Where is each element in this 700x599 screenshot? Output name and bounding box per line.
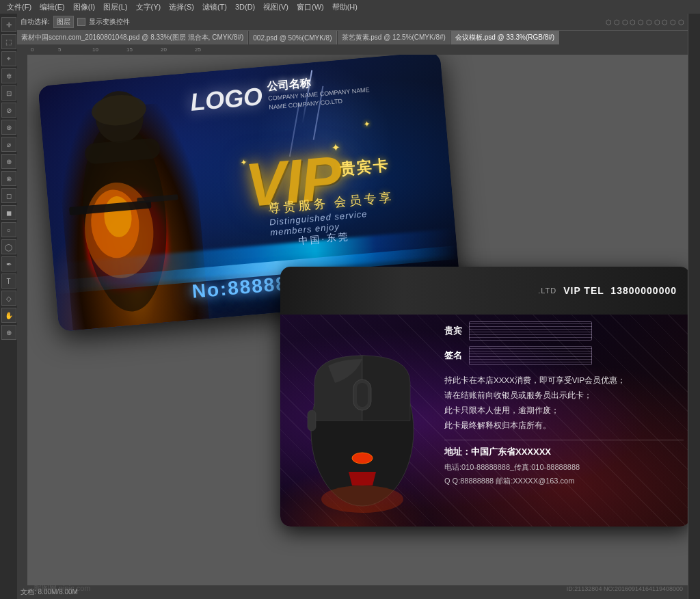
back-company-text: .LTD (538, 287, 556, 295)
card-vip-star: ✦ (331, 141, 341, 155)
sign-label: 签名 (444, 349, 463, 362)
tab-1[interactable]: 素材中国sccnn.com_20160801048.psd @ 8.33%(图层… (17, 31, 248, 44)
back-vip-tel-label: VIP TEL 13800000000 (563, 285, 677, 296)
menu-text[interactable]: 文字(Y) (133, 1, 165, 13)
menu-layer[interactable]: 图层(L) (100, 1, 131, 13)
tab-3[interactable]: 茶艺黄素.psd @ 12.5%(CMYK/8#) (338, 31, 450, 44)
svg-rect-14 (308, 410, 316, 431)
ruler-left (17, 55, 27, 599)
id-footer: ID:21132804 NO:20160914164119408000 (567, 581, 683, 594)
tool-brush[interactable]: ⌀ (1, 137, 16, 152)
tab-2[interactable]: 002.psd @ 50%(CMYK/8) (249, 31, 336, 44)
tool-heal[interactable]: ⊛ (1, 120, 16, 135)
mouse-svg (287, 321, 438, 520)
tool-pen[interactable]: ✒ (1, 256, 16, 271)
rule-2: 请在结账前向收银员或服务员出示此卡； (444, 388, 684, 403)
id-text: ID:21132804 NO:20160914164119408000 (567, 585, 683, 592)
menu-filter[interactable]: 滤镜(T) (199, 1, 230, 13)
back-right-content: 贵宾 签名 持此卡在本店XXXX消费，即可享受VIP会员优惠； 请在结账前向收银… (444, 321, 684, 527)
ps-toolbar: ✛ ⬚ ⌖ ✲ ⊡ ⊘ ⊛ ⌀ ⊕ ⊗ ◻ ◼ ○ ◯ ✒ T ◇ ✋ ⊕ (0, 14, 17, 599)
show-transform-checkbox[interactable] (77, 18, 85, 26)
tool-zoom[interactable]: ⊕ (1, 325, 16, 340)
tool-move[interactable]: ✛ (1, 17, 16, 32)
tool-clone[interactable]: ⊕ (1, 154, 16, 169)
align-label: ⬡ ⬡ ⬡ ⬡ ⬡ ⬡ ⬡ ⬡ ⬡ ⬡ (606, 18, 684, 26)
menu-view[interactable]: 视图(V) (260, 1, 292, 13)
menu-bar: 文件(F) 编辑(E) 图像(I) 图层(L) 文字(Y) 选择(S) 滤镜(T… (0, 0, 700, 14)
sparkle-2: ✦ (363, 119, 371, 129)
signature-area: 贵宾 签名 (444, 321, 684, 365)
menu-edit[interactable]: 编辑(E) (36, 1, 68, 13)
signature-row-sign: 签名 (444, 346, 684, 365)
signature-row-guibin: 贵宾 (444, 321, 684, 341)
tool-magic[interactable]: ✲ (1, 68, 16, 83)
layer-label: 图层 (53, 16, 74, 28)
card-logo-text: LOGO (189, 82, 264, 117)
menu-file[interactable]: 文件(F) (3, 1, 35, 13)
contact-qq-email: Q Q:88888888 邮箱:XXXXX@163.com (444, 475, 684, 488)
tool-hand[interactable]: ✋ (1, 308, 16, 323)
ps-canvas: LOGO 公司名称 COMPANY NAME COMPANY NAME NAME… (27, 55, 688, 585)
rule-1: 持此卡在本店XXXX消费，即可享受VIP会员优惠； (444, 373, 684, 388)
menu-select[interactable]: 选择(S) (165, 1, 198, 13)
tool-gradient[interactable]: ◼ (1, 205, 16, 220)
back-main: 贵宾 签名 持此卡在本店XXXX消费，即可享受VIP会员优惠； 请在结账前向收银… (280, 315, 688, 527)
auto-select-label: 自动选择: (21, 17, 50, 27)
address-title: 地址：中国广东省XXXXXX (444, 446, 684, 458)
tool-history[interactable]: ⊗ (1, 171, 16, 186)
tool-crop[interactable]: ⊡ (1, 85, 16, 101)
tool-marquee[interactable]: ⬚ (1, 34, 16, 49)
tool-lasso[interactable]: ⌖ (1, 51, 16, 66)
tool-shape[interactable]: ◇ (1, 291, 16, 306)
ps-tabs-bar: 素材中国sccnn.com_20160801048.psd @ 8.33%(图层… (17, 31, 688, 44)
ps-right-panel (688, 14, 700, 599)
menu-3d[interactable]: 3D(D) (232, 2, 258, 12)
tool-dodge[interactable]: ◯ (1, 239, 16, 254)
svg-point-15 (321, 485, 403, 513)
ruler-top: 0 5 10 15 20 25 (17, 44, 688, 55)
rule-4: 此卡最终解释权归本店所有。 (444, 418, 684, 434)
menu-help[interactable]: 帮助(H) (329, 1, 361, 13)
guibin-signature-box (469, 321, 592, 341)
tool-blur[interactable]: ○ (1, 222, 16, 237)
ps-options-bar: 自动选择: 图层 显示变换控件 ⬡ ⬡ ⬡ ⬡ ⬡ ⬡ ⬡ ⬡ ⬡ ⬡ (17, 14, 688, 31)
menu-window[interactable]: 窗口(W) (293, 1, 327, 13)
show-transform-label: 显示变换控件 (89, 17, 130, 27)
address-area: 地址：中国广东省XXXXXX 电话:010-88888888_传真:010-88… (444, 440, 684, 488)
card-logo-area: LOGO 公司名称 COMPANY NAME COMPANY NAME NAME… (189, 71, 371, 118)
nipic-text: 昵图网 nipic.com (34, 584, 91, 592)
mouse-area (280, 315, 444, 527)
nipic-watermark: 昵图网 nipic.com (34, 581, 91, 594)
contact-tel: 电话:010-88888888_传真:010-88888888 (444, 461, 684, 475)
tool-eyedropper[interactable]: ⊘ (1, 103, 16, 118)
rule-3: 此卡只限本人使用，逾期作废； (444, 403, 684, 418)
sparkle-1: ✦ (240, 157, 247, 168)
rules-text: 持此卡在本店XXXX消费，即可享受VIP会员优惠； 请在结账前向收银员或服务员出… (444, 373, 684, 433)
card-guibin-text: 贵宾卡 (339, 155, 390, 180)
menu-image[interactable]: 图像(I) (70, 1, 98, 13)
guibin-label: 贵宾 (444, 325, 463, 337)
vip-card-back: .LTD VIP TEL 13800000000 (280, 267, 688, 527)
card-company-name: 公司名称 COMPANY NAME COMPANY NAME NAME COMP… (267, 71, 371, 111)
tool-text[interactable]: T (1, 274, 16, 289)
back-top-strip: .LTD VIP TEL 13800000000 (280, 267, 688, 315)
sign-signature-box (469, 346, 592, 365)
svg-rect-11 (357, 383, 368, 407)
tool-eraser[interactable]: ◻ (1, 188, 16, 203)
tab-4-active[interactable]: 会议模板.psd @ 33.3%(RGB/8#) (451, 31, 559, 44)
